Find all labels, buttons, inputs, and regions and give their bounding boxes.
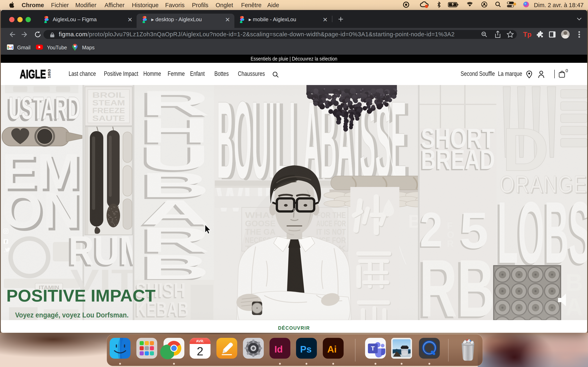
svg-text:Id: Id: [274, 344, 283, 355]
svg-text:Ai: Ai: [327, 344, 337, 355]
svg-text:Ps: Ps: [300, 344, 311, 355]
svg-text:1853: 1853: [47, 69, 51, 78]
svg-text:AVR.: AVR.: [196, 339, 204, 343]
svg-text:2: 2: [197, 345, 203, 358]
svg-text:AIGLE: AIGLE: [20, 69, 46, 79]
svg-text:T: T: [371, 345, 375, 352]
